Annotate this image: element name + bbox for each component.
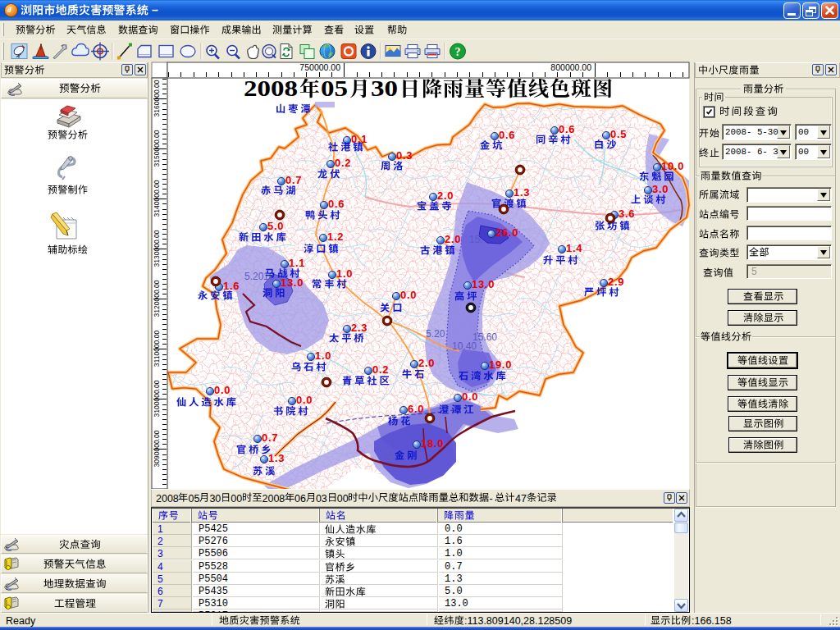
svg-text:1.1: 1.1 [289, 257, 305, 269]
svg-text:0.0: 0.0 [400, 289, 417, 301]
svg-text:5.20: 5.20 [426, 328, 445, 340]
svg-text:3.6: 3.6 [619, 208, 635, 220]
svg-text:30: 30 [371, 76, 398, 101]
svg-text:13.0: 13.0 [281, 276, 304, 289]
svg-text:0.6: 0.6 [499, 129, 515, 141]
svg-text:5.0: 5.0 [267, 220, 284, 232]
svg-text:0.0: 0.0 [462, 390, 478, 403]
svg-text:0.7: 0.7 [285, 174, 302, 186]
svg-text:0.6: 0.6 [559, 123, 575, 135]
svg-text:1.6: 1.6 [223, 280, 240, 292]
svg-text:1.3: 1.3 [268, 452, 285, 464]
svg-text:0.0: 0.0 [214, 384, 231, 396]
svg-text:3.0: 3.0 [652, 183, 669, 195]
svg-text:3090000.00: 3090000.00 [153, 430, 161, 467]
svg-text:5.20: 5.20 [244, 271, 264, 282]
svg-text:3160000.00: 3160000.00 [153, 80, 161, 116]
svg-text:19.0: 19.0 [489, 358, 512, 371]
svg-text:15.: 15. [469, 234, 483, 245]
svg-text:1.0: 1.0 [336, 267, 353, 280]
svg-text:2.3: 2.3 [351, 322, 368, 334]
svg-text:18.0: 18.0 [421, 437, 444, 450]
svg-text:2.0: 2.0 [445, 233, 461, 245]
svg-text:10.0: 10.0 [661, 160, 684, 172]
svg-text:0.0: 0.0 [296, 394, 313, 406]
svg-text:0.7: 0.7 [262, 431, 278, 444]
svg-text:2.9: 2.9 [608, 276, 624, 288]
svg-text:1.0: 1.0 [315, 349, 331, 362]
svg-text:3110000.00: 3110000.00 [153, 331, 161, 368]
svg-text:3130000.00: 3130000.00 [153, 230, 161, 267]
svg-text:1.2: 1.2 [327, 231, 344, 243]
svg-text:3140000.00: 3140000.00 [153, 180, 161, 217]
svg-text:13.0: 13.0 [472, 278, 495, 290]
svg-text:26.0: 26.0 [495, 226, 518, 239]
svg-text:?: ? [455, 46, 461, 58]
svg-text:1.4: 1.4 [566, 242, 582, 254]
svg-text:750000.00: 750000.00 [299, 62, 340, 72]
svg-text:6.0: 6.0 [408, 403, 424, 415]
svg-text:0.2: 0.2 [335, 157, 351, 169]
svg-text:0.2: 0.2 [372, 363, 389, 376]
svg-text:10.40: 10.40 [452, 340, 477, 352]
svg-text:800000.00: 800000.00 [550, 62, 591, 72]
svg-text:05: 05 [321, 76, 348, 101]
svg-text:0.3: 0.3 [396, 149, 413, 162]
svg-text:1.3: 1.3 [514, 186, 530, 199]
svg-text:0.5: 0.5 [610, 128, 627, 140]
svg-text:3100000.00: 3100000.00 [153, 380, 161, 417]
svg-text:2.0: 2.0 [418, 357, 435, 369]
svg-text:3120000.00: 3120000.00 [153, 280, 161, 317]
svg-text:2008: 2008 [244, 76, 298, 101]
svg-text:3150000.00: 3150000.00 [153, 130, 161, 167]
svg-text:0.6: 0.6 [328, 198, 345, 210]
svg-text:2.0: 2.0 [437, 189, 454, 202]
